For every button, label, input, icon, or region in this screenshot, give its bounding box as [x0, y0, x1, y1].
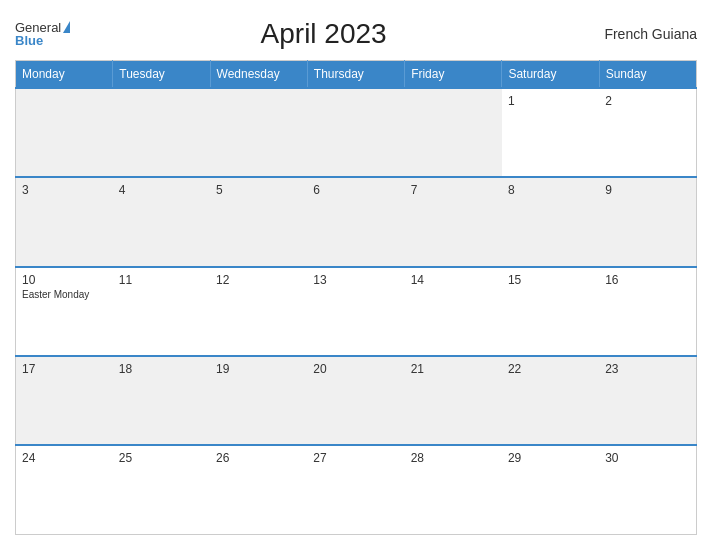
day-number: 12 [216, 273, 301, 287]
day-number: 30 [605, 451, 690, 465]
day-number: 10 [22, 273, 107, 287]
day-number: 26 [216, 451, 301, 465]
col-monday: Monday [16, 61, 113, 89]
day-number: 24 [22, 451, 107, 465]
calendar-table: Monday Tuesday Wednesday Thursday Friday… [15, 60, 697, 535]
day-number: 3 [22, 183, 107, 197]
day-number: 29 [508, 451, 593, 465]
day-number: 5 [216, 183, 301, 197]
day-number: 4 [119, 183, 204, 197]
region-label: French Guiana [577, 26, 697, 42]
calendar-cell: 5 [210, 177, 307, 266]
calendar-cell: 29 [502, 445, 599, 534]
day-number: 22 [508, 362, 593, 376]
calendar-cell: 9 [599, 177, 696, 266]
calendar-cell: 27 [307, 445, 404, 534]
calendar-cell: 7 [405, 177, 502, 266]
calendar-cell: 21 [405, 356, 502, 445]
day-number: 9 [605, 183, 690, 197]
calendar-cell: 16 [599, 267, 696, 356]
day-number: 17 [22, 362, 107, 376]
calendar-cell: 24 [16, 445, 113, 534]
day-number: 15 [508, 273, 593, 287]
logo-triangle-icon [63, 21, 70, 33]
calendar-row: 10Easter Monday111213141516 [16, 267, 697, 356]
calendar-cell: 11 [113, 267, 210, 356]
calendar-cell: 10Easter Monday [16, 267, 113, 356]
calendar-row: 17181920212223 [16, 356, 697, 445]
day-number: 7 [411, 183, 496, 197]
col-thursday: Thursday [307, 61, 404, 89]
calendar-cell: 4 [113, 177, 210, 266]
calendar-cell [307, 88, 404, 177]
logo-blue-text: Blue [15, 34, 43, 47]
calendar-cell: 22 [502, 356, 599, 445]
day-number: 1 [508, 94, 593, 108]
day-number: 2 [605, 94, 690, 108]
calendar-row: 24252627282930 [16, 445, 697, 534]
day-number: 13 [313, 273, 398, 287]
day-number: 21 [411, 362, 496, 376]
calendar-header-row: Monday Tuesday Wednesday Thursday Friday… [16, 61, 697, 89]
day-number: 6 [313, 183, 398, 197]
logo: General Blue [15, 21, 70, 47]
calendar-cell: 28 [405, 445, 502, 534]
day-number: 18 [119, 362, 204, 376]
event-label: Easter Monday [22, 289, 107, 300]
day-number: 14 [411, 273, 496, 287]
col-friday: Friday [405, 61, 502, 89]
calendar-cell [210, 88, 307, 177]
calendar-cell: 23 [599, 356, 696, 445]
calendar-cell: 2 [599, 88, 696, 177]
calendar-cell [405, 88, 502, 177]
day-number: 28 [411, 451, 496, 465]
day-number: 11 [119, 273, 204, 287]
calendar-cell: 6 [307, 177, 404, 266]
calendar-cell: 8 [502, 177, 599, 266]
col-wednesday: Wednesday [210, 61, 307, 89]
calendar-cell: 14 [405, 267, 502, 356]
calendar-row: 12 [16, 88, 697, 177]
calendar-cell: 1 [502, 88, 599, 177]
calendar-cell: 17 [16, 356, 113, 445]
calendar-title: April 2023 [70, 18, 577, 50]
calendar-cell [16, 88, 113, 177]
col-sunday: Sunday [599, 61, 696, 89]
calendar-cell: 13 [307, 267, 404, 356]
calendar-cell: 3 [16, 177, 113, 266]
calendar-cell: 30 [599, 445, 696, 534]
calendar-row: 3456789 [16, 177, 697, 266]
calendar-cell: 20 [307, 356, 404, 445]
calendar-cell: 19 [210, 356, 307, 445]
calendar-cell [113, 88, 210, 177]
calendar-header: General Blue April 2023 French Guiana [15, 10, 697, 60]
calendar-cell: 25 [113, 445, 210, 534]
day-number: 16 [605, 273, 690, 287]
calendar-cell: 15 [502, 267, 599, 356]
day-number: 19 [216, 362, 301, 376]
col-tuesday: Tuesday [113, 61, 210, 89]
day-number: 8 [508, 183, 593, 197]
calendar-cell: 12 [210, 267, 307, 356]
calendar-cell: 18 [113, 356, 210, 445]
day-number: 20 [313, 362, 398, 376]
day-number: 25 [119, 451, 204, 465]
day-number: 27 [313, 451, 398, 465]
day-number: 23 [605, 362, 690, 376]
calendar-cell: 26 [210, 445, 307, 534]
col-saturday: Saturday [502, 61, 599, 89]
